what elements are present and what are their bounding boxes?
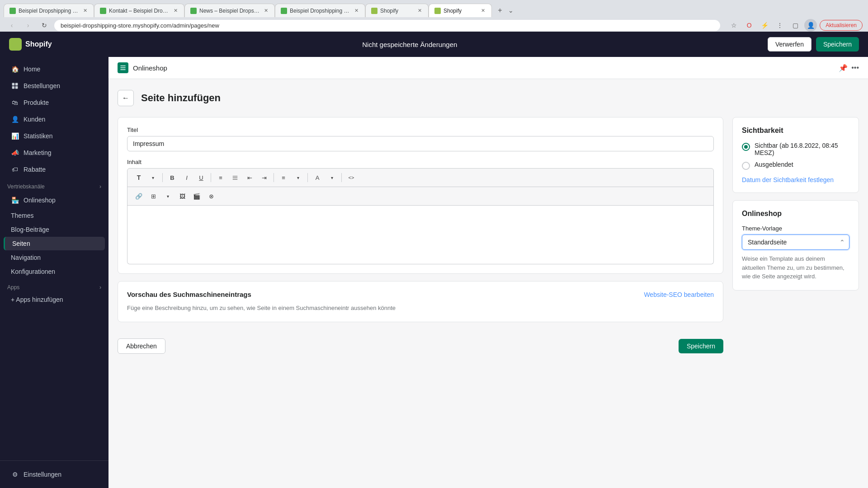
sidebar: 🏠 Home Bestellungen 🛍 Produkte 👤 Kunden xyxy=(0,57,108,488)
italic-button[interactable]: I xyxy=(180,171,193,184)
image-button[interactable]: 🖼 xyxy=(175,190,189,202)
speichern-button[interactable]: Speichern xyxy=(679,339,723,353)
sidebar-item-statistiken[interactable]: 📊 Statistiken xyxy=(4,128,105,144)
bookmark-icon[interactable]: ☆ xyxy=(727,19,740,32)
sidebar-item-produkte[interactable]: 🛍 Produkte xyxy=(4,94,105,111)
sidebar-sub-navigation[interactable]: Navigation xyxy=(4,251,105,264)
sidebar-item-marketing[interactable]: 📣 Marketing xyxy=(4,145,105,161)
seo-section: Vorschau des Suchmaschineneintrags Websi… xyxy=(118,281,723,322)
pin-icon[interactable]: 📌 xyxy=(839,64,848,72)
tab-4[interactable]: Beispiel Dropshipping Stor… ✕ xyxy=(275,4,365,17)
bestellungen-icon xyxy=(11,82,19,90)
expand-icon[interactable]: › xyxy=(99,183,101,190)
editor-separator-3 xyxy=(274,173,274,182)
date-sichtbarkeit-link[interactable]: Datum der Sichtbarkeit festlegen xyxy=(742,176,834,183)
sidebar-sub-seiten[interactable]: Seiten xyxy=(4,237,105,250)
verwerfen-button[interactable]: Verwerfen xyxy=(768,37,811,52)
screen-icon[interactable]: ▢ xyxy=(789,19,802,32)
sidebar-item-einstellungen[interactable]: ⚙ Einstellungen xyxy=(4,466,105,483)
einstellungen-icon: ⚙ xyxy=(11,470,19,479)
sidebar-sub-blog[interactable]: Blog-Beiträge xyxy=(4,223,105,236)
seo-header: Vorschau des Suchmaschineneintrags Websi… xyxy=(127,291,714,298)
menu-icon[interactable]: ⋮ xyxy=(774,19,786,32)
underline-button[interactable]: U xyxy=(194,171,208,184)
sidebar-item-onlineshop[interactable]: 🏪 Onlineshop xyxy=(4,192,105,208)
table-dropdown-button[interactable]: ▾ xyxy=(161,190,175,202)
sidebar-item-marketing-label: Marketing xyxy=(24,149,51,156)
radio-ausgeblendet[interactable]: Ausgeblendet xyxy=(742,161,849,170)
video-button[interactable]: 🎬 xyxy=(190,190,203,202)
speichern-top-button[interactable]: Speichern xyxy=(816,37,859,52)
bold-button[interactable]: B xyxy=(165,171,179,184)
tab-1[interactable]: Beispiel Dropshipping Stor… ✕ xyxy=(4,4,94,17)
bullet-list-button[interactable]: ≡ xyxy=(214,171,227,184)
emoji-button[interactable]: ⊗ xyxy=(204,190,218,202)
tab-close-4[interactable]: ✕ xyxy=(354,7,359,14)
forward-button[interactable]: › xyxy=(22,19,34,32)
table-button[interactable]: ⊞ xyxy=(146,190,160,202)
tab-3[interactable]: News – Beispiel Dropshipp… ✕ xyxy=(184,4,275,17)
more-options-icon[interactable]: ••• xyxy=(851,64,859,72)
title-label: Titel xyxy=(127,127,714,133)
sidebar-item-home[interactable]: 🏠 Home xyxy=(4,61,105,77)
tab-close-6[interactable]: ✕ xyxy=(480,7,486,14)
editor-body[interactable] xyxy=(127,206,714,264)
sichtbarkeit-title: Sichtbarkeit xyxy=(742,127,849,135)
sidebar-item-bestellungen[interactable]: Bestellungen xyxy=(4,78,105,94)
svg-rect-2 xyxy=(12,86,15,89)
editor-separator-5 xyxy=(341,173,342,182)
sichtbarkeit-radio-group: Sichtbar (ab 16.8.2022, 08:45 MESZ) Ausg… xyxy=(742,142,849,170)
theme-vorlage-label: Theme-Vorlage xyxy=(742,225,849,232)
extensions-icon[interactable]: ⚡ xyxy=(758,19,771,32)
link-button[interactable]: 🔗 xyxy=(132,190,146,202)
marketing-icon: 📣 xyxy=(11,149,19,157)
form-main: Titel Inhalt T ▾ xyxy=(118,117,723,363)
title-input[interactable] xyxy=(127,136,714,151)
sidebar-apps-add[interactable]: + Apps hinzufügen xyxy=(4,293,105,306)
sidebar-item-kunden[interactable]: 👤 Kunden xyxy=(4,111,105,127)
reload-button[interactable]: ↻ xyxy=(38,19,51,32)
tab-close-3[interactable]: ✕ xyxy=(263,7,269,14)
text-dropdown-button[interactable]: ▾ xyxy=(146,171,160,184)
back-button[interactable]: ← xyxy=(118,90,134,106)
indent-decrease-button[interactable]: ⇤ xyxy=(243,171,256,184)
url-bar[interactable]: beispiel-dropshipping-store.myshopify.co… xyxy=(54,20,720,31)
align-dropdown-button[interactable]: ▾ xyxy=(291,171,305,184)
user-icon[interactable]: 👤 xyxy=(804,19,817,32)
update-button[interactable]: Aktualisieren xyxy=(820,20,863,31)
source-code-button[interactable]: <> xyxy=(344,171,358,184)
tab-favicon-6 xyxy=(434,8,441,14)
editor-separator-2 xyxy=(211,173,211,182)
ordered-list-button[interactable] xyxy=(228,171,242,184)
sidebar-item-rabatte[interactable]: 🏷 Rabatte xyxy=(4,161,105,178)
tab-5[interactable]: Shopify ✕ xyxy=(365,4,429,17)
tab-6[interactable]: Shopify ✕ xyxy=(429,4,492,17)
align-button[interactable]: ≡ xyxy=(277,171,290,184)
new-tab-button[interactable]: + xyxy=(494,4,506,17)
editor-toolbar: T ▾ B I U ≡ xyxy=(127,168,714,187)
font-color-button[interactable]: A xyxy=(311,171,324,184)
abbrechen-button[interactable]: Abbrechen xyxy=(118,338,165,354)
svg-rect-1 xyxy=(15,83,18,86)
tab-2[interactable]: Kontakt – Beispiel Dropshi… ✕ xyxy=(94,4,184,17)
indent-increase-button[interactable]: ⇥ xyxy=(257,171,271,184)
tabs-overflow-button[interactable]: ⌄ xyxy=(508,7,514,14)
sidebar-sub-konfigurationen[interactable]: Konfigurationen xyxy=(4,265,105,278)
back-button[interactable]: ‹ xyxy=(5,19,18,32)
opera-icon[interactable]: O xyxy=(743,19,755,32)
tab-close-5[interactable]: ✕ xyxy=(417,7,423,14)
sidebar-sub-themes[interactable]: Themes xyxy=(4,209,105,222)
tab-close-2[interactable]: ✕ xyxy=(173,7,179,14)
radio-ausgeblendet-label: Ausgeblendet xyxy=(755,161,793,168)
radio-sichtbar[interactable]: Sichtbar (ab 16.8.2022, 08:45 MESZ) xyxy=(742,142,849,156)
onlineshop-header-icon xyxy=(118,62,128,73)
text-style-button[interactable]: T xyxy=(132,171,146,184)
radio-sichtbar-circle xyxy=(742,143,750,151)
tab-close-1[interactable]: ✕ xyxy=(82,7,88,14)
seo-edit-link[interactable]: Website-SEO bearbeiten xyxy=(644,291,714,298)
font-color-dropdown-button[interactable]: ▾ xyxy=(325,171,339,184)
page-inner: ← Seite hinzufügen Titel Inhal xyxy=(108,79,868,374)
apps-expand-icon[interactable]: › xyxy=(99,284,101,291)
sidebar-nav: 🏠 Home Bestellungen 🛍 Produkte 👤 Kunden xyxy=(0,57,108,460)
theme-select[interactable]: Standardseite xyxy=(742,235,849,250)
